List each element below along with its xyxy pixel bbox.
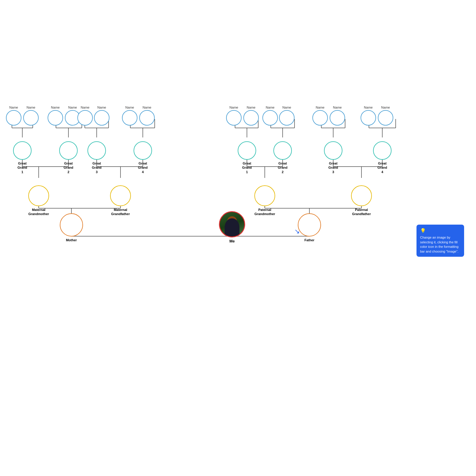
gggg-pat-gm2-left: Name	[262, 106, 278, 126]
tooltip-arrow: ↙	[295, 228, 300, 235]
gggg-pat-gf3-right: Name	[330, 106, 345, 126]
paternal-grandmother-node: Paternal Grandmother	[254, 185, 275, 216]
gggg-mat-gm2-left: Name	[48, 106, 63, 126]
great-grand-pat-gm2: Great Grand 2	[273, 141, 292, 174]
maternal-grandmother-node: Maternal Grandmother	[28, 185, 49, 216]
mother-node: Mother	[60, 213, 83, 242]
gggg-mat-gf4-right: Name	[139, 106, 155, 126]
great-grand-mat-gm2: Great Grand 2	[59, 141, 78, 174]
father-node: Father	[298, 213, 321, 242]
me-node: Me	[219, 211, 245, 244]
gggg-pat-gf3-left: Name	[312, 106, 328, 126]
great-grand-mat-gm1: Great Grand 1	[13, 141, 32, 174]
gggg-pat-gm1-left: Name	[226, 106, 242, 126]
gggg-pat-gm1-right: Name	[243, 106, 259, 126]
maternal-grandfather-node: Maternal Grandfather	[110, 185, 131, 216]
great-grand-pat-gm1: Great Grand 1	[238, 141, 256, 174]
great-grand-mat-gf3: Great Grand 3	[87, 141, 106, 174]
gggg-mat-gm1-left: Name	[6, 106, 21, 126]
lightbulb-icon: 💡	[420, 228, 461, 234]
gggg-mat-gf3-left: Name	[77, 106, 93, 126]
gggg-mat-gm1-right: Name	[23, 106, 39, 126]
gggg-mat-gf4-left: Name	[122, 106, 137, 126]
great-grand-pat-gf4: Great Grand 4	[373, 141, 392, 174]
gggg-pat-gf4-right: Name	[378, 106, 393, 126]
great-grand-mat-gf4: Great Grand 4	[134, 141, 152, 174]
gggg-pat-gf4-left: Name	[361, 106, 376, 126]
tooltip-box: 💡 Change an image by selecting it, click…	[416, 225, 464, 257]
gggg-mat-gf3-right: Name	[94, 106, 109, 126]
great-grand-pat-gf3: Great Grand 3	[324, 141, 342, 174]
gggg-pat-gm2-right: Name	[279, 106, 295, 126]
paternal-grandfather-node: Paternal Grandfather	[351, 185, 372, 216]
